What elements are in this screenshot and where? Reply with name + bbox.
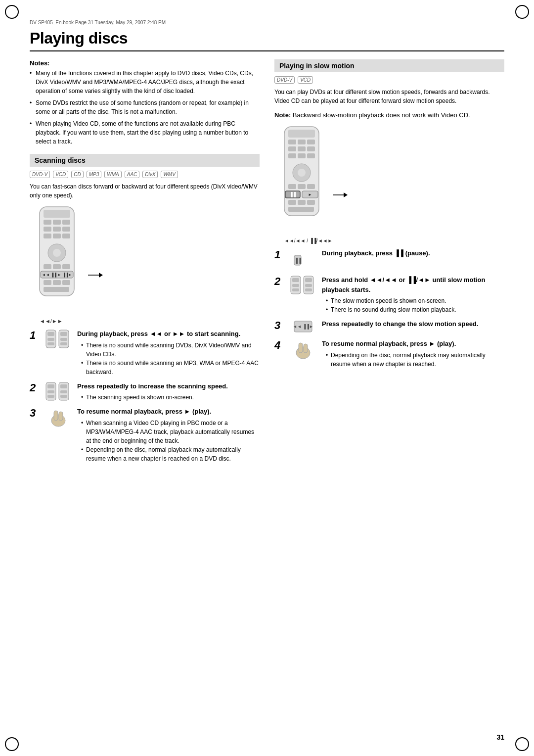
step2-content: Press repeatedly to increase the scannin… [77, 381, 260, 402]
svg-point-12 [53, 249, 61, 257]
svg-rect-34 [47, 390, 54, 393]
note-item-1: Many of the functions covered in this ch… [30, 69, 260, 95]
sm-step4-bullets: Depending on the disc, normal playback m… [322, 351, 504, 369]
svg-rect-74 [292, 288, 299, 291]
sm-step-4: 4 To resume normal playback, press ► (pl… [274, 339, 504, 369]
svg-rect-20 [62, 280, 70, 285]
step1-bullet-1: There is no sound while scanning DVDs, D… [81, 341, 260, 359]
format-aac: AAC [125, 171, 140, 178]
svg-rect-49 [298, 146, 306, 151]
step1-title: During playback, press ◄◄ or ►► to start… [77, 330, 240, 337]
scanning-remote-image: ◄◄ ▐▐ ► ▐▐► [30, 206, 84, 311]
sm-step2-icon [288, 275, 318, 295]
notes-section: Notes: Many of the functions covered in … [30, 59, 260, 146]
sm-note-text: Backward slow-motion playback does not w… [293, 111, 470, 119]
svg-rect-2 [44, 220, 51, 225]
slow-motion-arrow [333, 190, 348, 201]
svg-rect-3 [53, 220, 61, 225]
sm-step-3: 3 ◄◄ ▐▐► Press repeatedly to change the … [274, 319, 504, 334]
svg-rect-65 [307, 200, 315, 205]
svg-rect-19 [53, 280, 61, 285]
step2-bullet-1: The scanning speed is shown on-screen. [81, 393, 260, 402]
svg-text:▐▐: ▐▐ [294, 257, 302, 264]
sm-step2-content: Press and hold ◄◄/◄◄ or ▐▐/◄► until slow… [322, 275, 504, 314]
svg-rect-83 [304, 344, 308, 353]
corner-decoration-bl [5, 737, 19, 751]
step3-num: 3 [30, 408, 40, 419]
page-title: Playing discs [30, 29, 509, 47]
svg-rect-1 [44, 210, 70, 218]
svg-rect-5 [44, 227, 51, 232]
svg-rect-35 [47, 395, 54, 398]
svg-rect-56 [288, 184, 296, 189]
format-vcd: VCD [53, 171, 68, 178]
svg-rect-64 [298, 200, 306, 205]
svg-rect-82 [299, 343, 303, 353]
step1-num: 1 [30, 330, 40, 341]
format-cd: CD [71, 171, 83, 178]
sm-step4-title: To resume normal playback, press ► (play… [322, 340, 456, 347]
step3-bullet-1: When scanning a Video CD playing in PBC … [81, 419, 260, 445]
svg-rect-8 [44, 234, 51, 238]
scanning-step-1: 1 During [30, 329, 260, 377]
svg-rect-76 [305, 278, 312, 282]
svg-rect-66 [288, 207, 314, 212]
svg-rect-18 [44, 280, 51, 285]
sm-step1-content: During playback, press ▐▐ (pause). [322, 248, 504, 258]
sm-step2-bullet-2: There is no sound during slow motion pla… [326, 305, 504, 314]
format-wmv: WMV [161, 171, 178, 178]
svg-text:▐▐: ▐▐ [290, 191, 296, 197]
slow-motion-remote-image: ▐▐ ► [274, 126, 329, 231]
svg-text:◄◄ ▐▐►: ◄◄ ▐▐► [293, 324, 313, 330]
svg-rect-25 [47, 332, 54, 336]
corner-decoration-br [515, 737, 529, 751]
svg-text:◄◄  ▐▐  ►  ▐▐►: ◄◄ ▐▐ ► ▐▐► [42, 272, 72, 278]
svg-rect-46 [298, 140, 306, 144]
sm-step-2: 2 Press a [274, 275, 504, 314]
main-content: Notes: Many of the functions covered in … [30, 59, 504, 468]
sm-step-1: 1 ▐▐ During playback, press ▐▐ (pause). [274, 248, 504, 270]
step3-title: To resume normal playback, press ► (play… [77, 408, 211, 415]
header-info: DV-SP405_En.book Page 31 Tuesday, May 29… [30, 20, 509, 25]
format-wma: WMA [104, 171, 121, 178]
slow-motion-section-header: Playing in slow motion [274, 59, 504, 72]
sm-step3-num: 3 [274, 320, 284, 331]
scanning-formats: DVD-V VCD CD MP3 WMA AAC DivX WMV [30, 171, 260, 178]
sm-step3-icon: ◄◄ ▐▐► [288, 319, 318, 334]
title-divider [30, 50, 504, 51]
svg-rect-41 [54, 411, 58, 421]
svg-rect-15 [62, 264, 70, 269]
svg-rect-51 [288, 153, 296, 158]
step3-icon [44, 407, 73, 428]
format-divx: DivX [142, 171, 158, 178]
svg-rect-13 [44, 264, 51, 269]
step3-bullets: When scanning a Video CD playing in PBC … [77, 419, 260, 463]
sm-step1-num: 1 [274, 249, 284, 260]
svg-rect-47 [307, 140, 315, 144]
sm-step4-num: 4 [274, 340, 284, 351]
scanning-arrow [88, 270, 103, 282]
format-mp3: MP3 [87, 171, 102, 178]
sm-step4-content: To resume normal playback, press ► (play… [322, 339, 504, 369]
step2-title: Press repeatedly to increase the scannin… [77, 382, 228, 390]
scanning-section-header: Scanning discs [30, 154, 260, 167]
svg-rect-26 [47, 338, 54, 341]
step1-bullets: There is no sound while scanning DVDs, D… [77, 341, 260, 377]
scanning-desc: You can fast-scan discs forward or backw… [30, 182, 260, 200]
svg-rect-29 [60, 332, 67, 336]
svg-rect-21 [44, 287, 69, 292]
sm-step2-bullet-1: The slow motion speed is shown on-screen… [326, 296, 504, 305]
svg-rect-45 [288, 140, 296, 144]
slow-motion-formats: DVD-V VCD [274, 76, 504, 84]
svg-rect-4 [62, 220, 70, 225]
svg-rect-6 [53, 227, 61, 232]
svg-marker-23 [99, 273, 103, 278]
svg-rect-30 [60, 338, 67, 341]
notes-list: Many of the functions covered in this ch… [30, 69, 260, 146]
sm-step3-content: Press repeatedly to change the slow moti… [322, 319, 504, 329]
svg-text:►: ► [308, 192, 312, 197]
step2-num: 2 [30, 382, 40, 393]
scanning-step-3: 3 To resume normal playback, press ► (pl… [30, 407, 260, 463]
svg-point-40 [51, 415, 65, 426]
step2-icon [44, 381, 73, 401]
